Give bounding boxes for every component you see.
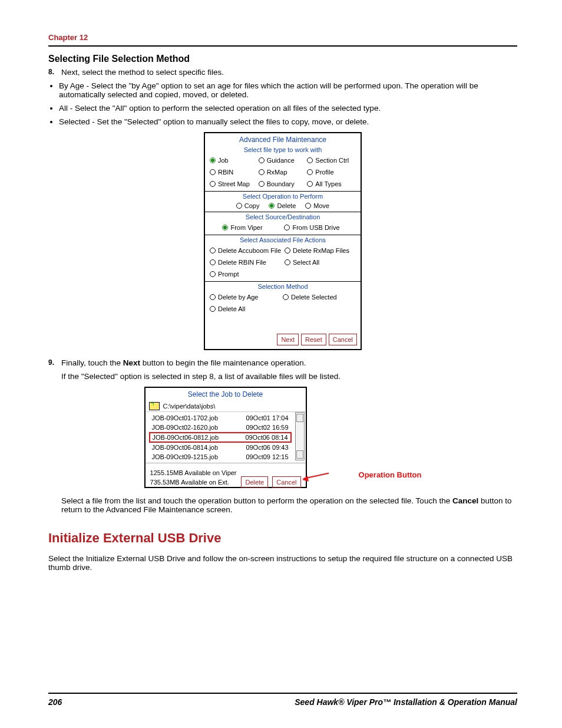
available-viper: 1255.15MB Available on Viper xyxy=(150,469,301,476)
path-text: C:\viper\data\jobs\ xyxy=(163,403,216,410)
dialog1-source-header: Select Source/Destination xyxy=(205,212,361,222)
radio-icon xyxy=(269,203,275,209)
available-ext: 735.53MB Available on Ext. xyxy=(150,479,229,486)
radio-all-types[interactable]: All Types xyxy=(307,180,352,187)
dialog1-assoc-header: Select Associated File Actions xyxy=(205,235,361,245)
scroll-up-icon[interactable] xyxy=(296,414,303,422)
radio-icon xyxy=(285,248,290,253)
radio-from-viper[interactable]: From Viper xyxy=(222,224,262,231)
radio-icon xyxy=(283,294,289,300)
bullet-selected: Selected - Set the "Selected" option to … xyxy=(59,117,517,126)
radio-delete-by-age[interactable]: Delete by Age xyxy=(210,294,279,301)
step-9-text-a: Finally, touch the xyxy=(61,358,123,367)
radio-rxmap[interactable]: RxMap xyxy=(259,169,304,176)
radio-icon xyxy=(259,157,265,163)
selection-method-bullets: By Age - Select the "by Age" option to s… xyxy=(59,81,517,126)
bullet-by-age: By Age - Select the "by Age" option to s… xyxy=(59,81,517,99)
scroll-down-icon[interactable] xyxy=(296,450,303,459)
radio-icon xyxy=(284,225,290,230)
subsection-heading: Selecting File Selection Method xyxy=(48,54,517,64)
radio-select-all[interactable]: Select All xyxy=(285,259,352,266)
radio-icon xyxy=(210,181,216,187)
next-button[interactable]: Next xyxy=(277,334,299,345)
callout-label: Operation Button xyxy=(359,471,422,479)
file-row-selected[interactable]: JOB-09Oct06-0812.job09Oct06 08:14 xyxy=(149,432,292,443)
cancel-button[interactable]: Cancel xyxy=(272,476,300,488)
file-row[interactable]: JOB-09Oct02-1620.job09Oct02 16:59 xyxy=(149,423,292,432)
radio-icon xyxy=(259,181,265,187)
radio-delete-all[interactable]: Delete All xyxy=(210,305,279,312)
radio-from-usb[interactable]: From USB Drive xyxy=(284,224,339,231)
select-job-dialog: Select the Job to Delete C:\viper\data\j… xyxy=(144,387,307,488)
delete-button[interactable]: Delete xyxy=(241,476,268,488)
radio-copy[interactable]: Copy xyxy=(236,202,260,209)
step-9-number: 9. xyxy=(48,358,54,367)
header-rule xyxy=(48,45,517,47)
step-8: 8. Next, select the method to select spe… xyxy=(48,68,517,77)
radio-profile[interactable]: Profile xyxy=(307,169,352,176)
radio-icon xyxy=(307,181,313,187)
radio-icon xyxy=(210,248,216,253)
file-list: JOB-09Oct01-1702.job09Oct01 17:04 JOB-09… xyxy=(147,412,294,463)
radio-icon xyxy=(307,169,313,175)
radio-job[interactable]: Job xyxy=(210,157,255,164)
dialog2-title: Select the Job to Delete xyxy=(146,388,306,401)
radio-delete-selected[interactable]: Delete Selected xyxy=(283,294,352,301)
step-9-text-b: button to begin the file maintenance ope… xyxy=(140,358,306,367)
file-row[interactable]: JOB-09Oct01-1702.job09Oct01 17:04 xyxy=(149,413,292,423)
path-row[interactable]: C:\viper\data\jobs\ xyxy=(146,401,306,412)
file-row[interactable]: JOB-09Oct09-1215.job09Oct09 12:15 xyxy=(149,452,292,462)
radio-icon xyxy=(285,259,290,265)
radio-icon xyxy=(210,259,216,265)
radio-section-ctrl[interactable]: Section Ctrl xyxy=(307,157,352,164)
radio-icon xyxy=(210,306,216,312)
radio-delete[interactable]: Delete xyxy=(269,202,296,209)
radio-icon xyxy=(210,271,216,277)
chapter-label: Chapter 12 xyxy=(48,33,517,42)
file-row[interactable]: JOB-09Oct06-0814.job09Oct06 09:43 xyxy=(149,443,292,452)
radio-icon xyxy=(305,203,311,209)
radio-boundary[interactable]: Boundary xyxy=(259,180,304,187)
folder-up-icon[interactable] xyxy=(149,402,160,410)
step-8-text: Next, select the method to select specif… xyxy=(61,68,224,77)
radio-move[interactable]: Move xyxy=(305,202,329,209)
bullet-all: All - Select the "All" option to perform… xyxy=(59,104,517,113)
radio-street-map[interactable]: Street Map xyxy=(210,180,255,187)
page-number: 206 xyxy=(48,697,62,707)
dialog1-title: Advanced File Maintenance xyxy=(205,133,361,145)
section-heading-initialize-usb: Initialize External USB Drive xyxy=(48,531,517,546)
radio-icon xyxy=(222,225,228,230)
advanced-file-maintenance-dialog: Advanced File Maintenance Select file ty… xyxy=(204,132,362,350)
radio-icon xyxy=(210,169,216,175)
radio-guidance[interactable]: Guidance xyxy=(259,157,304,164)
reset-button[interactable]: Reset xyxy=(301,334,326,345)
after-dialog-para: Select a file from the list and touch th… xyxy=(48,496,517,514)
dialog1-filetype-header: Select file type to work with xyxy=(205,145,361,154)
radio-delete-accuboom[interactable]: Delete Accuboom File xyxy=(210,247,281,254)
dialog1-method-header: Selection Method xyxy=(205,282,361,291)
radio-icon xyxy=(210,294,216,300)
manual-title: Seed Hawk® Viper Pro™ Installation & Ope… xyxy=(295,697,517,707)
step-9: 9. Finally, touch the Next button to beg… xyxy=(48,358,517,367)
radio-delete-rbin-file[interactable]: Delete RBIN File xyxy=(210,259,281,266)
cancel-button[interactable]: Cancel xyxy=(329,334,357,345)
dialog1-operation-header: Select Operation to Perform xyxy=(205,192,361,201)
radio-delete-rxmap-files[interactable]: Delete RxMap Files xyxy=(285,247,352,254)
radio-icon xyxy=(210,157,216,163)
radio-icon xyxy=(236,203,242,209)
page-footer: 206 Seed Hawk® Viper Pro™ Installation &… xyxy=(48,689,517,707)
radio-prompt[interactable]: Prompt xyxy=(210,271,281,278)
footer-rule xyxy=(48,693,517,694)
callout-arrow xyxy=(307,392,336,483)
step-9-text-bold: Next xyxy=(123,358,140,367)
initialize-usb-para: Select the Initialize External USB Drive… xyxy=(48,554,517,572)
step-9-note: If the "Selected" option is selected in … xyxy=(48,372,517,381)
step-8-number: 8. xyxy=(48,68,54,76)
radio-rbin[interactable]: RBIN xyxy=(210,169,255,176)
radio-icon xyxy=(307,157,313,163)
radio-icon xyxy=(259,169,265,175)
scrollbar[interactable] xyxy=(295,412,305,460)
